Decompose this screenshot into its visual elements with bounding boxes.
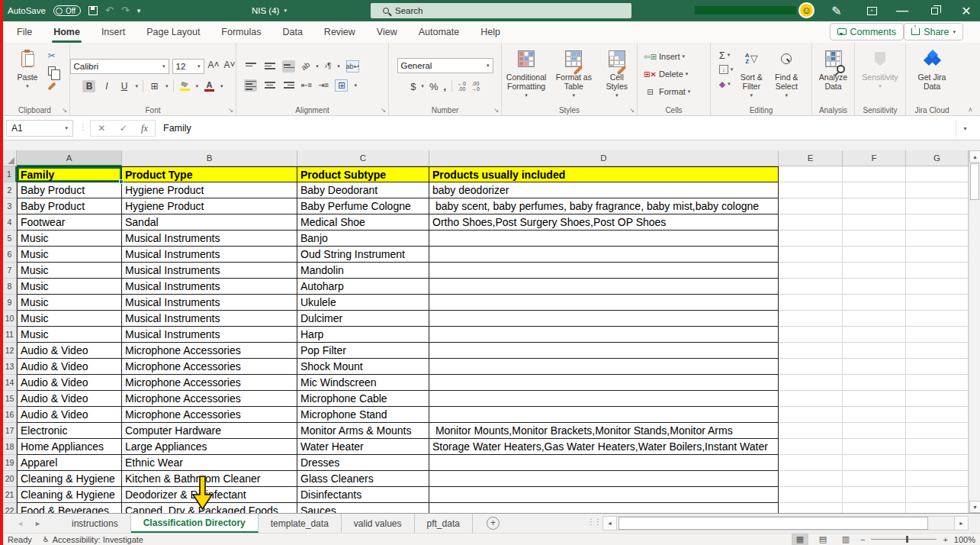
align-right-icon[interactable] — [282, 79, 295, 92]
cell-A5[interactable]: Music — [17, 231, 122, 247]
formula-input[interactable]: Family — [163, 120, 191, 137]
cell-G6[interactable] — [906, 247, 969, 263]
align-middle-icon[interactable] — [263, 60, 276, 73]
column-header-A[interactable]: A — [17, 150, 122, 166]
restore-button[interactable] — [923, 0, 946, 21]
align-bottom-icon[interactable] — [282, 60, 295, 73]
underline-button[interactable]: U — [117, 80, 130, 92]
cell-C2[interactable]: Baby Deodorant — [297, 182, 429, 198]
copy-icon[interactable] — [45, 65, 58, 77]
row-header-21[interactable]: 21 — [3, 487, 17, 503]
zoom-slider-thumb[interactable] — [906, 536, 908, 543]
zoom-slider[interactable] — [871, 539, 937, 540]
font-name-select[interactable]: Calibri▾ — [70, 59, 169, 74]
autosave-toggle[interactable]: Off — [53, 5, 81, 16]
cell-E14[interactable] — [779, 375, 843, 391]
cell-A22[interactable]: Food & Beverages — [17, 503, 122, 513]
cell-C7[interactable]: Mandolin — [297, 263, 429, 279]
cell-D6[interactable] — [429, 247, 779, 263]
cell-C21[interactable]: Disinfectants — [297, 487, 429, 503]
cell-D1[interactable]: Products usually included — [429, 166, 779, 182]
expand-formula-bar-icon[interactable]: ▾ — [956, 120, 974, 137]
cell-D11[interactable] — [429, 327, 779, 343]
cell-E15[interactable] — [779, 391, 843, 407]
percent-style-icon[interactable]: % — [429, 81, 439, 92]
number-dialog-launcher-icon[interactable]: ↘ — [493, 107, 499, 114]
row-header-8[interactable]: 8 — [3, 279, 17, 295]
cell-G17[interactable] — [906, 423, 969, 439]
scroll-left-icon[interactable]: ◄ — [603, 517, 617, 530]
autosum-button[interactable]: Σ▾ — [719, 49, 734, 61]
cell-G15[interactable] — [906, 391, 969, 407]
cell-C9[interactable]: Ukulele — [297, 295, 429, 311]
undo-icon[interactable]: ↶ — [105, 0, 114, 21]
cell-D12[interactable] — [429, 343, 779, 359]
cell-A14[interactable]: Audio & Video — [17, 375, 122, 391]
cell-C19[interactable]: Dresses — [297, 455, 429, 471]
insert-cells-button[interactable]: ⇦⊞ Insert▾ — [644, 49, 685, 65]
cut-icon[interactable]: ✂ — [45, 50, 58, 62]
cell-E12[interactable] — [779, 343, 843, 359]
cell-F13[interactable] — [843, 359, 906, 375]
get-jira-data-button[interactable]: Get Jira Data — [911, 45, 953, 91]
ribbon-tab-view[interactable]: View — [366, 21, 408, 43]
cell-F1[interactable] — [843, 166, 906, 182]
font-dialog-launcher-icon[interactable]: ↘ — [228, 107, 233, 114]
cell-B8[interactable]: Musical Instruments — [122, 279, 297, 295]
sheet-tab-classification-directory[interactable]: Classification Directory — [131, 514, 259, 533]
cell-A19[interactable]: Apparel — [17, 455, 122, 471]
sort-filter-button[interactable]: AZ ▽ Sort & Filter ▾ — [734, 45, 768, 100]
cell-G21[interactable] — [906, 487, 969, 503]
orientation-icon[interactable]: ab — [300, 60, 311, 72]
zoom-in-icon[interactable]: + — [943, 535, 947, 544]
cell-E8[interactable] — [779, 279, 843, 295]
increase-indent-icon[interactable]: ⇥≡ — [318, 81, 329, 89]
cell-F4[interactable] — [843, 214, 906, 231]
cell-F5[interactable] — [843, 231, 906, 247]
cell-F2[interactable] — [843, 182, 906, 198]
cell-E7[interactable] — [779, 263, 843, 279]
cell-A6[interactable]: Music — [17, 247, 122, 263]
cell-G1[interactable] — [906, 166, 969, 182]
cell-G14[interactable] — [906, 375, 969, 391]
page-layout-view-icon[interactable]: ▤ — [815, 534, 831, 545]
borders-icon[interactable]: ⊞ — [148, 80, 161, 92]
cell-E17[interactable] — [779, 423, 843, 439]
cell-D10[interactable] — [429, 311, 779, 327]
cell-C13[interactable]: Shock Mount — [297, 359, 429, 375]
cell-C4[interactable]: Medical Shoe — [297, 214, 429, 231]
draw-pen-icon[interactable]: ✎ — [825, 0, 848, 21]
cell-D7[interactable] — [429, 263, 779, 279]
close-button[interactable]: ✕ — [955, 0, 978, 21]
cell-E3[interactable] — [779, 198, 843, 214]
cell-E9[interactable] — [779, 295, 843, 311]
row-header-14[interactable]: 14 — [3, 375, 17, 391]
scroll-right-icon[interactable]: ► — [954, 517, 968, 530]
cell-A18[interactable]: Home Appliances — [17, 439, 122, 455]
comments-button[interactable]: Comments — [830, 23, 904, 40]
cell-G20[interactable] — [906, 471, 969, 487]
ribbon-tab-review[interactable]: Review — [313, 21, 366, 43]
text-direction-icon[interactable]: ›¶ — [325, 62, 332, 70]
horizontal-scroll-thumb[interactable] — [619, 517, 928, 530]
cell-C1[interactable]: Product Subtype — [297, 166, 429, 182]
cell-B11[interactable]: Musical Instruments — [122, 327, 297, 343]
cell-A17[interactable]: Electronic — [17, 423, 122, 439]
ribbon-tab-formulas[interactable]: Formulas — [210, 21, 272, 43]
ribbon-tab-help[interactable]: Help — [470, 21, 511, 43]
cell-A10[interactable]: Music — [17, 311, 122, 327]
redo-icon[interactable]: ↷ — [121, 0, 130, 21]
row-header-20[interactable]: 20 — [3, 471, 17, 487]
cell-A16[interactable]: Audio & Video — [17, 407, 122, 423]
cell-C20[interactable]: Glass Cleaners — [297, 471, 429, 487]
cell-G22[interactable] — [906, 503, 969, 513]
row-header-2[interactable]: 2 — [3, 182, 17, 198]
row-header-7[interactable]: 7 — [3, 263, 17, 279]
accounting-format-icon[interactable]: $ — [410, 81, 416, 92]
cell-B9[interactable]: Musical Instruments — [122, 295, 297, 311]
italic-button[interactable]: I — [100, 80, 113, 92]
cell-A15[interactable]: Audio & Video — [17, 391, 122, 407]
column-header-C[interactable]: C — [297, 150, 429, 166]
wrap-text-icon[interactable]: ab↩ — [346, 60, 359, 73]
collapse-ribbon-icon[interactable]: ˄ — [969, 106, 972, 114]
